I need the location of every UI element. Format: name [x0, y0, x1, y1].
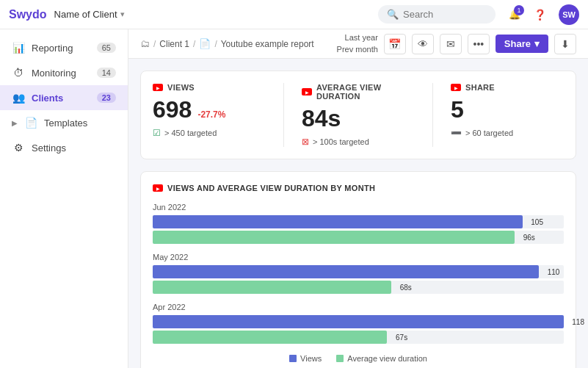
client-selector[interactable]: Name of Client ▾	[54, 9, 125, 20]
report-doc-icon: 📄	[199, 38, 211, 49]
notifications-button[interactable]: 🔔 1	[509, 9, 520, 20]
bar-value: 68s	[400, 284, 412, 292]
date-range-line2: Prev month	[337, 44, 378, 55]
youtube-icon-duration	[302, 88, 312, 95]
sidebar-label-clients: Clients	[32, 93, 90, 104]
monitoring-badge: 14	[97, 68, 116, 78]
clients-badge: 23	[97, 93, 116, 103]
youtube-icon-share	[451, 84, 461, 91]
metric-target-views: > 450 targeted	[164, 129, 217, 137]
bar-chart: Jun 202210596sMay 202211068sApr 20221186…	[153, 203, 564, 344]
bar-track: 105	[153, 215, 564, 228]
metric-avg-duration: AVERAGE VIEW DURATION 84s ⊠ > 100s targe…	[283, 83, 432, 147]
chart-legend: ViewsAverage view duration	[153, 354, 564, 363]
share-button[interactable]: Share ▾	[496, 35, 548, 53]
settings-icon: ⚙	[12, 142, 25, 154]
scroll-area: VIEWS 698 -27.7% ☑ > 450 targeted	[128, 59, 588, 368]
more-options-button[interactable]: •••	[468, 34, 490, 54]
breadcrumb-bar: 🗂 / Client 1 / 📄 / Youtube example repor…	[128, 29, 588, 59]
view-button[interactable]: 👁	[412, 34, 434, 54]
bar-row: 110	[153, 265, 564, 278]
legend-item: Views	[289, 354, 322, 363]
legend-color-dot	[289, 355, 297, 362]
chevron-down-icon: ▾	[120, 10, 125, 19]
email-button[interactable]: ✉	[440, 34, 462, 54]
breadcrumb-client[interactable]: Client 1	[159, 39, 189, 49]
youtube-icon-views	[153, 84, 163, 91]
legend-label: Views	[300, 354, 322, 363]
bar-group: Apr 202211867s	[153, 303, 564, 344]
bar-value: 110	[548, 268, 560, 276]
breadcrumb-sep3: /	[214, 39, 217, 49]
breadcrumb-sep2: /	[193, 39, 195, 49]
client-name: Name of Client	[54, 9, 117, 20]
bar-value: 67s	[396, 333, 407, 342]
bar-fill-green: 96s	[153, 231, 515, 244]
sidebar-item-reporting[interactable]: 📊 Reporting 65	[0, 35, 128, 60]
client-doc-icon: 🗂	[140, 38, 150, 49]
date-range: Last year Prev month	[337, 32, 378, 55]
calendar-button[interactable]: 📅	[384, 34, 406, 54]
bar-value: 105	[531, 218, 543, 226]
top-navigation: Swydo Name of Client ▾ 🔍 🔔 1 ❓ SW	[0, 0, 588, 29]
chart-title: VIEWS AND AVERAGE VIEW DURATION BY MONTH	[167, 184, 375, 192]
bar-chart-card: VIEWS AND AVERAGE VIEW DURATION BY MONTH…	[140, 171, 576, 368]
sidebar-label-templates: Templates	[44, 118, 116, 129]
bar-fill-blue: 110	[153, 265, 539, 278]
sidebar: 📊 Reporting 65 ⏱ Monitoring 14 👥 Clients…	[0, 29, 128, 368]
monitoring-icon: ⏱	[12, 67, 25, 79]
bar-fill-green: 68s	[153, 281, 391, 294]
metric-change-views: -27.7%	[197, 109, 225, 120]
youtube-icon-chart	[153, 184, 163, 192]
content-area: 🗂 / Client 1 / 📄 / Youtube example repor…	[128, 29, 588, 368]
metric-title-views: VIEWS	[167, 83, 195, 92]
sidebar-item-clients[interactable]: 👥 Clients 23	[0, 85, 128, 110]
sidebar-label-monitoring: Monitoring	[32, 68, 90, 79]
reporting-icon: 📊	[12, 42, 25, 54]
breadcrumb-report: Youtube example report	[221, 39, 314, 49]
sidebar-label-settings: Settings	[32, 142, 116, 154]
sidebar-item-templates[interactable]: ▶ 📄 Templates	[0, 110, 128, 135]
metric-value-duration: 84s	[302, 105, 341, 132]
share-chevron-icon: ▾	[534, 38, 540, 49]
bar-track: 96s	[153, 231, 564, 244]
legend-label: Average view duration	[347, 354, 427, 363]
bar-group-label: Apr 2022	[153, 303, 564, 311]
metric-value-views: 698	[153, 96, 192, 123]
bar-group: May 202211068s	[153, 253, 564, 294]
metric-value-share: 5	[451, 96, 464, 123]
templates-expand-icon: ▶	[12, 119, 18, 127]
reporting-badge: 65	[97, 43, 116, 53]
search-input[interactable]	[403, 9, 476, 20]
search-bar[interactable]: 🔍	[378, 5, 496, 24]
bar-group: Jun 202210596s	[153, 203, 564, 244]
bar-fill-blue: 118	[153, 315, 564, 328]
bar-fill-green: 67s	[153, 331, 387, 344]
sidebar-item-settings[interactable]: ⚙ Settings	[0, 135, 128, 160]
target-x-icon-duration: ⊠	[302, 137, 309, 147]
bar-value: 96s	[523, 234, 535, 242]
sidebar-item-monitoring[interactable]: ⏱ Monitoring 14	[0, 60, 128, 85]
help-button[interactable]: ❓	[529, 4, 550, 25]
bar-group-label: Jun 2022	[153, 203, 564, 212]
metrics-row: VIEWS 698 -27.7% ☑ > 450 targeted	[153, 83, 564, 147]
topnav-icons: 🔔 1 ❓ SW	[509, 4, 579, 25]
metric-share: SHARE 5 ➖ > 60 targeted	[432, 83, 564, 147]
breadcrumb: 🗂 / Client 1 / 📄 / Youtube example repor…	[140, 38, 314, 49]
bar-track: 68s	[153, 281, 564, 294]
breadcrumb-sep1: /	[153, 39, 156, 49]
bar-value: 118	[572, 318, 584, 326]
bar-track: 67s	[153, 331, 564, 344]
avatar[interactable]: SW	[559, 4, 579, 25]
notification-badge: 1	[514, 5, 524, 15]
bar-track: 118	[153, 315, 564, 328]
bar-group-label: May 2022	[153, 253, 564, 261]
bar-row: 67s	[153, 331, 564, 344]
bar-track: 110	[153, 265, 564, 278]
share-label: Share	[504, 38, 531, 49]
bar-row: 105	[153, 215, 564, 228]
metric-target-duration: > 100s targeted	[313, 137, 369, 146]
bar-row: 68s	[153, 281, 564, 294]
download-button[interactable]: ⬇	[554, 34, 576, 54]
main-layout: 📊 Reporting 65 ⏱ Monitoring 14 👥 Clients…	[0, 29, 588, 368]
